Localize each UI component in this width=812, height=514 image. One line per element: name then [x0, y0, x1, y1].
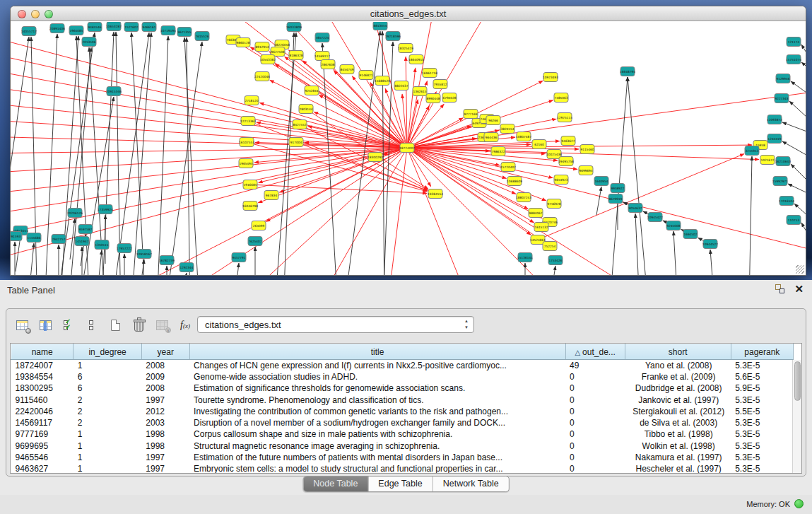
scrollbar-thumb[interactable] [794, 361, 801, 401]
column-header-pagerank[interactable]: pagerank [731, 344, 793, 360]
window-titlebar[interactable]: citations_edges.txt [11, 6, 806, 21]
table-row[interactable]: 1456911722003Disruption of a novel membe… [11, 417, 794, 428]
graph-node[interactable]: 8427552 [293, 120, 307, 129]
graph-node[interactable]: 8990448 [426, 94, 440, 103]
graph-node[interactable]: 19218596 [385, 32, 401, 41]
graph-node[interactable]: 10945422 [647, 213, 663, 222]
graph-node[interactable]: 7485063 [554, 93, 568, 103]
graph-node[interactable]: 10543382 [260, 55, 276, 64]
column-header-name[interactable]: name [11, 344, 73, 360]
memory-status-indicator[interactable] [794, 499, 804, 508]
graph-node[interactable]: 10944522 [702, 240, 718, 249]
graph-node[interactable]: 6794028 [442, 93, 457, 103]
graph-node[interactable]: 9860128 [236, 38, 250, 47]
column-header-short[interactable]: short [625, 344, 731, 360]
table-vertical-scrollbar[interactable] [792, 360, 801, 473]
graph-node[interactable]: 1021672 [760, 156, 775, 165]
graph-node[interactable]: 15992971 [772, 177, 788, 186]
function-builder-icon[interactable]: f(x) [178, 319, 192, 332]
graph-node[interactable]: 2718120 [245, 96, 259, 105]
graph-node[interactable]: 1615132 [534, 223, 548, 232]
delete-column-icon[interactable] [131, 319, 146, 332]
graph-node[interactable]: 12093872 [767, 115, 782, 124]
graph-node[interactable]: 20891406 [49, 24, 65, 33]
graph-node[interactable]: 17359924 [98, 205, 113, 214]
graph-node[interactable]: 1753426 [548, 256, 563, 265]
graph-node[interactable]: 7615526 [195, 32, 209, 41]
graph-node[interactable]: 2803144 [299, 105, 313, 114]
tab-network-table[interactable]: Network Table [433, 477, 509, 491]
graph-node[interactable]: 9054637 [628, 204, 642, 213]
graph-node[interactable]: 12213363 [240, 117, 256, 126]
graph-node[interactable]: 967834 [264, 191, 278, 200]
network-canvas[interactable]: 1405571720891406196408594655461065328715… [11, 22, 806, 276]
graph-node[interactable]: 9227343 [775, 94, 789, 103]
graph-node[interactable]: 14055717 [21, 27, 37, 36]
graph-node[interactable]: 110753 [787, 216, 801, 225]
graph-node[interactable]: 9115460 [580, 145, 594, 154]
graph-node[interactable]: 1292344 [180, 263, 194, 272]
graph-node[interactable]: 12975115 [557, 113, 572, 122]
graph-node[interactable]: 964436 [484, 133, 498, 142]
graph-node[interactable]: 7857224 [315, 33, 329, 42]
column-header-out_de[interactable]: △out_de... [565, 344, 625, 360]
graph-node[interactable]: 9654923 [554, 175, 568, 185]
graph-node[interactable]: 16210643 [775, 157, 791, 166]
graph-node[interactable]: 16033809 [286, 23, 302, 32]
graph-node[interactable]: 9457791 [232, 253, 246, 262]
column-header-year[interactable]: year [141, 344, 189, 360]
graph-node[interactable]: 391593 [11, 232, 22, 241]
table-mode-icon[interactable] [15, 319, 29, 332]
graph-node[interactable]: 9465546 [88, 23, 102, 32]
graph-node[interactable]: 1244419 [767, 134, 782, 144]
graph-node[interactable]: 1964085 [69, 26, 83, 35]
graph-node[interactable]: 1451947 [75, 237, 89, 246]
graph-node[interactable]: 3215953 [745, 146, 759, 156]
graph-node[interactable]: 9958922 [611, 184, 625, 193]
graph-node[interactable]: 16648794 [620, 67, 635, 76]
graph-node[interactable]: 14569117 [314, 52, 330, 61]
show-columns-icon[interactable] [38, 319, 52, 332]
graph-node[interactable]: 7986322 [491, 147, 505, 156]
graph-node[interactable]: 10719195 [160, 26, 176, 35]
graph-node[interactable]: 8813054 [373, 22, 387, 30]
clear-selection-icon[interactable] [85, 319, 99, 332]
graph-node[interactable]: 9756928 [547, 199, 561, 209]
graph-node[interactable]: 9242844 [305, 86, 319, 95]
graph-node[interactable]: 18325419 [398, 44, 413, 53]
graph-node[interactable]: 10688609 [507, 177, 522, 186]
graph-node-hub[interactable]: 18724007 [399, 144, 415, 153]
graph-node[interactable]: 19384554 [428, 189, 443, 199]
graph-node[interactable]: 15688520 [375, 76, 390, 86]
table-row[interactable]: 1938455462009Genome-wide association stu… [11, 371, 794, 382]
graph-node[interactable]: 15136141 [517, 253, 533, 262]
graph-node[interactable]: 10807487 [516, 132, 531, 141]
graph-node[interactable]: 16046798 [242, 201, 258, 211]
column-header-title[interactable]: title [189, 344, 565, 360]
graph-node[interactable]: 1350515 [95, 240, 109, 250]
graph-node[interactable]: 7625402 [248, 237, 262, 246]
graph-node[interactable]: 9884067 [529, 209, 543, 218]
graph-node[interactable]: 22420046 [254, 72, 270, 81]
table-row[interactable]: 1872400712008Changes of HCN gene express… [11, 360, 794, 371]
graph-node[interactable]: 8822037 [394, 81, 408, 90]
graph-node[interactable]: 2867608 [321, 60, 335, 69]
table-row[interactable]: 969969511998Structural magnetic resonanc… [11, 440, 794, 452]
graph-node[interactable]: 9699695 [579, 166, 593, 175]
graph-node[interactable]: 1694502 [683, 230, 698, 239]
table-row[interactable]: 946554611997Estimation of the future num… [11, 452, 794, 463]
select-rows-icon[interactable]: ✓✓ [61, 319, 76, 332]
graph-node[interactable]: 9466161 [142, 23, 156, 32]
graph-node[interactable]: 16107553 [239, 138, 254, 147]
close-panel-icon[interactable]: ✕ [794, 284, 804, 293]
table-row[interactable]: 911546021997Tourette syndrome. Phenomeno… [11, 394, 794, 405]
graph-node[interactable]: 9671355 [177, 28, 192, 37]
graph-node[interactable]: 1965495 [239, 159, 253, 168]
graph-node[interactable]: 10973493 [543, 73, 558, 82]
table-selector-dropdown[interactable]: citations_edges.txt ▲▼ [197, 316, 474, 333]
new-column-icon[interactable] [108, 319, 122, 332]
graph-node[interactable]: 16961758 [422, 69, 437, 78]
float-panel-icon[interactable] [775, 284, 784, 293]
graph-node[interactable]: 9146821 [359, 71, 373, 80]
graph-node[interactable]: 18807243 [516, 193, 531, 202]
